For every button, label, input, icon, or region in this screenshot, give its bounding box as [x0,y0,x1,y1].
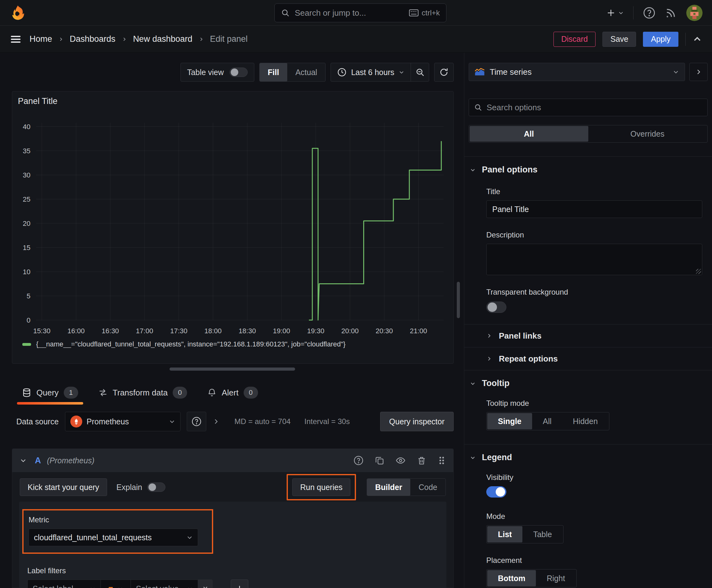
legend-mode-table[interactable]: Table [522,526,563,543]
legend-placement-label: Placement [486,556,712,565]
all-tab[interactable]: All [470,126,588,142]
search-input[interactable] [295,8,404,18]
datasource-name: Prometheus [87,417,129,426]
tooltip-single-option[interactable]: Single [487,413,532,429]
add-filter-button[interactable] [231,580,248,588]
query-help-icon[interactable] [353,456,364,465]
run-queries-highlight: Run queries [287,474,356,500]
actual-option[interactable]: Actual [287,63,325,81]
svg-text:21:00: 21:00 [410,327,427,335]
panel-resize-handle[interactable] [170,368,295,371]
query-row-header[interactable]: A (Prometheus) [12,449,453,472]
keyboard-shortcut: ctrl+k [409,8,440,17]
news-icon[interactable] [665,7,677,19]
help-icon[interactable] [643,6,655,19]
visualization-name: Time series [490,67,668,77]
breadcrumb-edit-panel: Edit panel [210,34,248,44]
toggle-visibility-icon[interactable] [395,456,406,465]
grafana-logo[interactable] [9,4,26,21]
options-search-input[interactable] [487,103,702,112]
tooltip-mode-segment: Single All Hidden [486,412,609,430]
time-range-label: Last 6 hours [351,68,394,77]
panel-links-section[interactable]: Panel links [464,324,712,347]
explain-label: Explain [116,483,142,492]
explain-toggle[interactable] [147,482,166,492]
panel-title-input[interactable] [486,201,702,218]
fill-actual-segment: Fill Actual [259,63,326,82]
tab-alert[interactable]: Alert 0 [207,381,258,404]
global-search[interactable]: ctrl+k [274,3,447,22]
discard-button[interactable]: Discard [554,32,596,47]
panel-options-section[interactable]: Panel options [464,157,712,175]
legend-visibility-toggle[interactable] [486,486,506,498]
chevron-down-icon[interactable] [20,457,27,464]
legend-section[interactable]: Legend [464,444,712,462]
legend-placement-segment: Bottom Right [486,569,577,587]
breadcrumb-home[interactable]: Home [29,34,52,44]
timeseries-viz-icon [475,68,485,76]
tab-alert-label: Alert [222,388,238,398]
refresh-button[interactable] [434,63,454,82]
tooltip-all-option[interactable]: All [532,413,562,429]
overrides-tab[interactable]: Overrides [588,126,707,142]
operator-dropdown[interactable]: = [101,580,131,588]
visualization-select[interactable]: Time series [469,63,685,81]
datasource-help-button[interactable] [187,412,206,431]
description-textarea[interactable] [486,244,702,275]
save-button[interactable]: Save [602,32,636,47]
add-new-button[interactable] [606,8,624,18]
breadcrumb-new-dashboard[interactable]: New dashboard [133,34,192,44]
menu-icon[interactable] [10,34,21,45]
collapse-options-button[interactable] [689,63,708,81]
database-icon [22,388,31,397]
tooltip-hidden-option[interactable]: Hidden [562,413,608,429]
fill-option[interactable]: Fill [260,63,287,81]
scrollbar-thumb[interactable] [457,282,460,318]
select-value-dropdown[interactable]: Select value [131,580,198,588]
breadcrumb-dashboards[interactable]: Dashboards [70,34,115,44]
chevron-up-icon[interactable] [693,35,702,44]
datasource-select[interactable]: Prometheus [65,412,180,431]
remove-filter-button[interactable] [198,580,213,588]
chevron-down-icon [470,381,476,386]
drag-handle-icon[interactable] [438,456,446,465]
legend-series-label[interactable]: {__name__="cloudflared_tunnel_total_requ… [36,340,346,348]
tab-transform-data[interactable]: Transform data 0 [98,381,187,404]
time-range-picker[interactable]: Last 6 hours [331,67,411,77]
user-avatar[interactable] [686,5,703,21]
repeat-options-section[interactable]: Repeat options [464,348,712,370]
legend-placement-bottom[interactable]: Bottom [487,570,536,586]
chevron-right-icon [486,356,492,361]
datasource-row: Data source Prometheus MD = auto = 704 I… [16,412,454,432]
query-datasource-hint: (Prometheus) [47,456,94,465]
legend-placement-right[interactable]: Right [536,570,576,586]
table-view-toggle[interactable] [230,67,248,77]
metric-select[interactable]: cloudflared_tunnel_total_requests [28,529,198,546]
transparent-background-toggle[interactable] [486,301,506,313]
run-queries-button[interactable]: Run queries [292,478,350,496]
tab-query[interactable]: Query 1 [22,381,78,404]
panel-view-toolbar: Table view Fill Actual Last 6 hours [180,63,454,82]
chart-legend[interactable]: {__name__="cloudflared_tunnel_total_requ… [22,340,346,348]
resize-handle-icon[interactable] [696,269,701,274]
options-search[interactable] [469,99,708,116]
duplicate-query-icon[interactable] [375,456,384,465]
legend-mode-list[interactable]: List [487,526,522,543]
code-option[interactable]: Code [410,479,446,496]
apply-button[interactable]: Apply [643,32,678,47]
query-inspector-button[interactable]: Query inspector [380,412,454,431]
svg-text:18:30: 18:30 [239,327,256,335]
select-label-dropdown[interactable]: Select label [27,580,101,588]
expand-stats-icon[interactable] [213,418,219,425]
svg-text:19:30: 19:30 [307,327,324,335]
metric-value: cloudflared_tunnel_total_requests [34,533,182,542]
panel-options-sidebar: Time series All Overrides Panel options … [464,53,712,588]
chart-panel[interactable]: Panel Title 15:3016:0016:3017:0017:3018:… [12,91,454,364]
breadcrumb: Home Dashboards New dashboard Edit panel [29,34,248,44]
delete-query-icon[interactable] [417,456,426,465]
tooltip-section[interactable]: Tooltip [464,370,712,388]
builder-option[interactable]: Builder [367,479,410,496]
zoom-out-button[interactable] [411,63,429,81]
svg-text:20:00: 20:00 [341,327,359,335]
kick-start-query-button[interactable]: Kick start your query [20,478,107,496]
